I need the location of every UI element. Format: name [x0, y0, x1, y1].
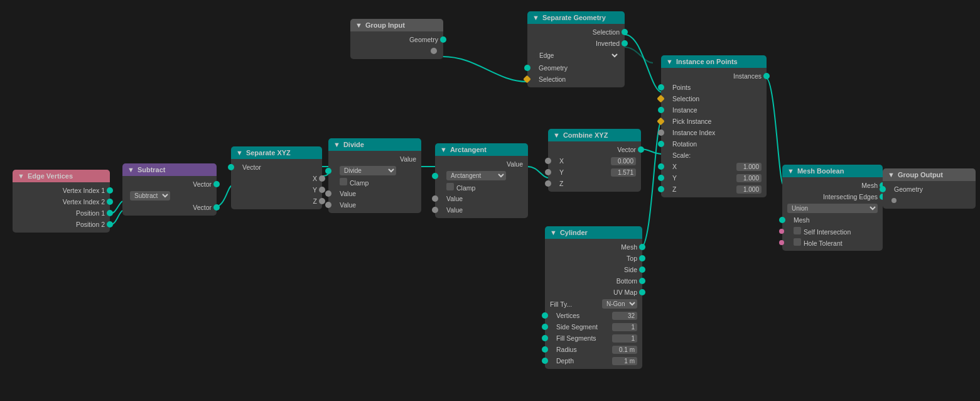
socket-cxyz-y-in[interactable] — [545, 169, 551, 175]
combine-xyz-header[interactable]: ▼ Combine XYZ — [548, 129, 641, 141]
mesh-boolean-header[interactable]: ▼ Mesh Boolean — [782, 165, 883, 177]
row-cyl-vertices: Vertices 32 — [545, 310, 642, 321]
socket-iop-instance-in[interactable] — [658, 107, 664, 113]
socket-cyl-bottom-out[interactable] — [639, 278, 645, 284]
collapse-arrow-subtract: ▼ — [127, 166, 134, 173]
socket-iop-rotation-in[interactable] — [658, 141, 664, 147]
value-cyl-side-seg[interactable]: 1 — [612, 323, 637, 331]
value-cxyz-y[interactable]: 1.571 — [611, 168, 636, 177]
label-cyl-side: Side — [624, 266, 637, 273]
socket-sep-xyz-y-out[interactable] — [319, 187, 325, 193]
node-subtract: ▼ Subtract Vector Subtract Add Vector — [122, 163, 217, 216]
socket-subtract-vector-in-right[interactable] — [213, 181, 220, 187]
label-mb-mesh-out: Mesh — [861, 182, 878, 189]
socket-cyl-top-out[interactable] — [639, 255, 645, 261]
mb-operation-dropdown[interactable]: Union Intersect Difference — [787, 204, 878, 213]
socket-cxyz-x-in[interactable] — [545, 158, 551, 164]
instance-on-points-header[interactable]: ▼ Instance on Points — [661, 55, 767, 68]
socket-divide-in1[interactable] — [325, 168, 331, 174]
socket-divide-val2-in[interactable] — [325, 202, 331, 208]
divide-header[interactable]: ▼ Divide — [328, 138, 421, 151]
group-output-header[interactable]: ▼ Group Output — [883, 168, 976, 181]
cylinder-header[interactable]: ▼ Cylinder — [545, 226, 642, 239]
divide-title: Divide — [343, 141, 364, 148]
socket-go-geometry-in[interactable] — [880, 186, 886, 192]
socket-atan-val1-in[interactable] — [432, 195, 438, 202]
socket-atan-val2-in[interactable] — [432, 207, 438, 213]
socket-atan-in1[interactable] — [432, 173, 438, 179]
socket-iop-pick-instance-in[interactable] — [657, 118, 665, 126]
socket-cyl-uvmap-out[interactable] — [639, 289, 645, 295]
socket-position-2-out[interactable] — [107, 221, 113, 228]
socket-vertex-index-1-out[interactable] — [107, 187, 113, 194]
socket-cxyz-vector-out[interactable] — [638, 146, 644, 153]
label-iop-selection: Selection — [672, 95, 699, 102]
atan-type-dropdown[interactable]: Arctangent — [446, 171, 506, 180]
row-sep-xyz-x: X — [231, 173, 322, 184]
socket-iop-scale-y-in[interactable] — [658, 175, 664, 181]
value-cyl-radius[interactable]: 0.1 m — [612, 346, 637, 354]
collapse-arrow-divide: ▼ — [333, 141, 340, 148]
socket-subtract-out[interactable] — [213, 204, 220, 211]
subtract-header[interactable]: ▼ Subtract — [122, 163, 217, 176]
socket-cyl-side-seg-in[interactable] — [542, 324, 548, 330]
socket-sg-inverted-out[interactable] — [622, 40, 628, 47]
socket-cyl-mesh-out[interactable] — [639, 244, 645, 250]
socket-iop-instance-index-in[interactable] — [658, 129, 664, 136]
collapse-arrow-cxyz: ▼ — [553, 131, 560, 139]
socket-iop-instances-out[interactable] — [763, 73, 770, 79]
row-position-2: Position 2 — [13, 219, 110, 230]
socket-iop-selection-in[interactable] — [657, 95, 665, 103]
label-cyl-fill-type: Fill Ty... — [550, 300, 600, 308]
socket-vertex-index-2-out[interactable] — [107, 199, 113, 205]
socket-iop-scale-x-in[interactable] — [658, 163, 664, 170]
collapse-arrow-iop: ▼ — [666, 58, 673, 65]
subtract-type-dropdown[interactable]: Subtract Add — [130, 191, 170, 200]
divide-type-dropdown[interactable]: Divide — [340, 166, 396, 175]
label-position-2: Position 2 — [76, 221, 105, 228]
cyl-fill-type-dropdown[interactable]: N-Gon — [602, 299, 637, 309]
socket-cyl-fill-seg-in[interactable] — [542, 335, 548, 341]
value-cyl-vertices[interactable]: 32 — [612, 312, 637, 320]
socket-cyl-depth-in[interactable] — [542, 358, 548, 364]
row-cyl-radius: Radius 0.1 m — [545, 344, 642, 355]
socket-sg-selection-in[interactable] — [523, 75, 531, 84]
socket-mb-mesh-in[interactable] — [779, 217, 785, 223]
socket-divide-val1-in[interactable] — [325, 190, 331, 197]
socket-cyl-side-out[interactable] — [639, 266, 645, 273]
socket-iop-points-in[interactable] — [658, 84, 664, 91]
value-cxyz-x[interactable]: 0.000 — [611, 157, 636, 165]
row-sg-selection-out: Selection — [527, 26, 625, 38]
socket-sg-geometry-in[interactable] — [524, 65, 530, 71]
socket-iop-scale-z-in[interactable] — [658, 186, 664, 192]
row-iop-pick-instance: Pick Instance — [661, 116, 767, 127]
label-divide-val1: Value — [340, 190, 356, 197]
collapse-arrow-mb: ▼ — [787, 167, 794, 175]
socket-cyl-radius-in[interactable] — [542, 346, 548, 353]
socket-cyl-vertices-in[interactable] — [542, 312, 548, 319]
combine-xyz-body: Vector X 0.000 Y 1.571 Z — [548, 141, 641, 192]
socket-gi-geometry-out[interactable] — [440, 36, 446, 43]
value-cyl-fill-seg[interactable]: 1 — [612, 334, 637, 343]
socket-position-1-out[interactable] — [107, 210, 113, 216]
socket-sep-xyz-vector-in[interactable] — [228, 164, 234, 170]
value-iop-scale-z[interactable]: 1.000 — [736, 185, 762, 194]
socket-sg-selection-out[interactable] — [622, 29, 628, 35]
separate-xyz-header[interactable]: ▼ Separate XYZ — [231, 146, 322, 159]
value-iop-scale-y[interactable]: 1.000 — [736, 174, 762, 182]
collapse-arrow-go: ▼ — [888, 171, 895, 179]
row-mb-mesh-out: Mesh — [782, 180, 883, 191]
arctangent-header[interactable]: ▼ Arctangent — [435, 143, 528, 156]
socket-cxyz-z-in[interactable] — [545, 180, 551, 187]
value-iop-scale-x[interactable]: 1.000 — [736, 163, 762, 171]
socket-sep-xyz-z-out[interactable] — [319, 198, 325, 204]
group-input-header[interactable]: ▼ Group Input — [350, 19, 443, 31]
socket-sep-xyz-x-out[interactable] — [319, 175, 325, 182]
separate-geometry-header[interactable]: ▼ Separate Geometry — [527, 11, 625, 24]
value-cyl-depth[interactable]: 1 m — [612, 357, 637, 365]
sg-mode-dropdown[interactable]: Edge Face Point — [535, 51, 620, 60]
socket-mb-self-int-in[interactable] — [779, 229, 784, 234]
edge-vertices-header[interactable]: ▼ Edge Vertices — [13, 170, 110, 182]
mesh-boolean-title: Mesh Boolean — [797, 167, 844, 175]
socket-mb-hole-tolerant-in[interactable] — [779, 240, 784, 245]
